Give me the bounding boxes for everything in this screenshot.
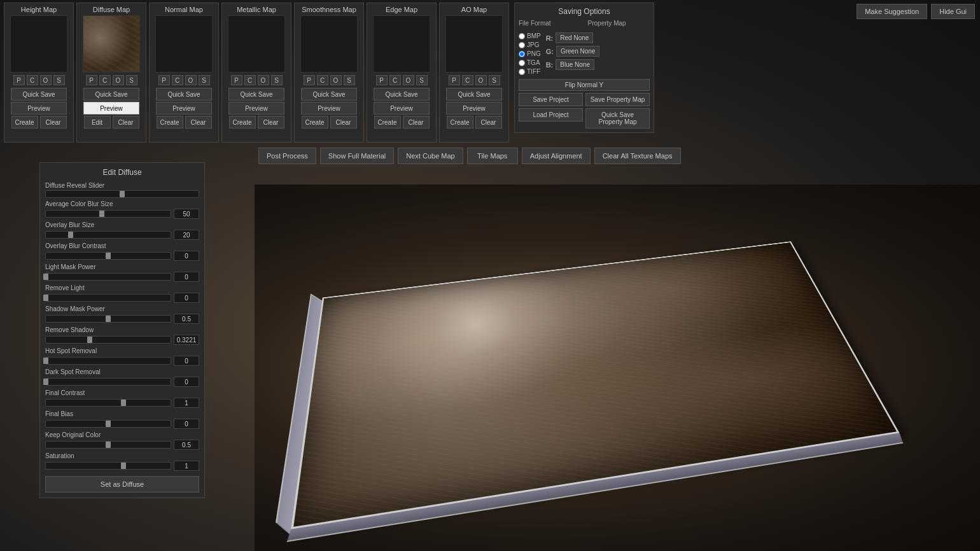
metallic-clear-btn[interactable]: Clear	[258, 116, 284, 129]
edge-p-btn[interactable]: P	[376, 75, 388, 85]
metallic-c-btn[interactable]: C	[244, 75, 256, 85]
edge-o-btn[interactable]: O	[403, 75, 414, 85]
slider-track-1[interactable]	[45, 210, 171, 218]
slider-thumb-6[interactable]	[106, 316, 111, 322]
smoothness-preview-btn[interactable]: Preview	[301, 102, 357, 115]
save-project-btn[interactable]: Save Project	[519, 93, 583, 106]
slider-thumb-8[interactable]	[43, 358, 48, 364]
slider-thumb-9[interactable]	[43, 379, 48, 385]
height-preview-btn[interactable]: Preview	[11, 102, 67, 115]
ao-p-btn[interactable]: P	[449, 75, 460, 85]
metallic-p-btn[interactable]: P	[231, 75, 242, 85]
height-p-btn[interactable]: P	[13, 75, 25, 85]
metallic-o-btn[interactable]: O	[258, 75, 269, 85]
slider-thumb-2[interactable]	[68, 232, 73, 238]
flip-normal-y-btn[interactable]: Flip Normal Y	[519, 79, 650, 91]
edge-create-btn[interactable]: Create	[374, 116, 401, 129]
normal-p-btn[interactable]: P	[158, 75, 170, 85]
smoothness-c-btn[interactable]: C	[317, 75, 328, 85]
ao-c-btn[interactable]: C	[462, 75, 473, 85]
clear-all-texture-maps-btn[interactable]: Clear All Texture Maps	[594, 148, 681, 164]
tile-maps-btn[interactable]: Tile Maps	[467, 148, 518, 164]
height-quicksave-btn[interactable]: Quick Save	[11, 88, 67, 101]
normal-clear-btn[interactable]: Clear	[185, 116, 212, 129]
edge-c-btn[interactable]: C	[389, 75, 401, 85]
metallic-create-btn[interactable]: Create	[229, 116, 256, 129]
diffuse-c-btn[interactable]: C	[99, 75, 111, 85]
load-project-btn[interactable]: Load Project	[519, 108, 583, 122]
slider-thumb-12[interactable]	[106, 442, 111, 448]
slider-track-10[interactable]	[45, 399, 171, 407]
edge-s-btn[interactable]: S	[416, 75, 428, 85]
format-tiff[interactable]: TIFF	[519, 68, 541, 75]
slider-track-3[interactable]	[45, 252, 171, 260]
post-process-btn[interactable]: Post Process	[258, 148, 316, 164]
normal-create-btn[interactable]: Create	[157, 116, 183, 129]
slider-thumb-7[interactable]	[87, 337, 92, 343]
slider-thumb-13[interactable]	[121, 463, 126, 469]
normal-s-btn[interactable]: S	[199, 75, 210, 85]
format-jpg[interactable]: JPG	[519, 41, 541, 48]
diffuse-o-btn[interactable]: O	[113, 75, 124, 85]
slider-thumb-1[interactable]	[99, 211, 104, 217]
next-cube-map-btn[interactable]: Next Cube Map	[398, 148, 463, 164]
adjust-alignment-btn[interactable]: Adjust Alignment	[522, 148, 591, 164]
slider-thumb-4[interactable]	[43, 274, 48, 280]
ao-preview-btn[interactable]: Preview	[446, 102, 502, 115]
edge-clear-btn[interactable]: Clear	[403, 116, 430, 129]
metallic-s-btn[interactable]: S	[271, 75, 283, 85]
height-c-btn[interactable]: C	[27, 75, 38, 85]
height-clear-btn[interactable]: Clear	[40, 116, 67, 129]
format-tga-radio[interactable]	[519, 60, 525, 66]
slider-track-7[interactable]	[45, 336, 171, 344]
height-s-btn[interactable]: S	[53, 75, 65, 85]
normal-o-btn[interactable]: O	[185, 75, 197, 85]
format-png-radio[interactable]	[519, 51, 525, 57]
ao-clear-btn[interactable]: Clear	[475, 116, 502, 129]
slider-track-0[interactable]	[45, 190, 199, 198]
format-jpg-radio[interactable]	[519, 42, 525, 48]
diffuse-clear-btn[interactable]: Clear	[113, 116, 139, 129]
normal-quicksave-btn[interactable]: Quick Save	[156, 88, 212, 101]
slider-thumb-10[interactable]	[121, 400, 126, 406]
smoothness-quicksave-btn[interactable]: Quick Save	[301, 88, 357, 101]
diffuse-quicksave-btn[interactable]: Quick Save	[83, 88, 139, 101]
slider-thumb-0[interactable]	[120, 191, 125, 197]
slider-track-13[interactable]	[45, 462, 171, 470]
slider-track-2[interactable]	[45, 231, 171, 239]
normal-preview-btn[interactable]: Preview	[156, 102, 212, 115]
format-tga[interactable]: TGA	[519, 59, 541, 66]
ao-s-btn[interactable]: S	[489, 75, 500, 85]
slider-track-12[interactable]	[45, 441, 171, 449]
slider-track-5[interactable]	[45, 294, 171, 302]
ao-quicksave-btn[interactable]: Quick Save	[446, 88, 502, 101]
metallic-quicksave-btn[interactable]: Quick Save	[228, 88, 284, 101]
metallic-preview-btn[interactable]: Preview	[228, 102, 284, 115]
edge-quicksave-btn[interactable]: Quick Save	[374, 88, 430, 101]
diffuse-preview-btn[interactable]: Preview	[83, 102, 139, 115]
slider-track-8[interactable]	[45, 357, 171, 365]
format-tiff-radio[interactable]	[519, 69, 525, 75]
edge-preview-btn[interactable]: Preview	[374, 102, 430, 115]
slider-thumb-5[interactable]	[43, 295, 48, 301]
slider-track-11[interactable]	[45, 420, 171, 428]
format-png[interactable]: PNG	[519, 50, 541, 57]
channel-g-btn[interactable]: Green None	[556, 46, 599, 57]
diffuse-p-btn[interactable]: P	[86, 75, 97, 85]
slider-track-4[interactable]	[45, 273, 171, 281]
slider-track-9[interactable]	[45, 378, 171, 386]
smoothness-p-btn[interactable]: P	[304, 75, 315, 85]
slider-thumb-11[interactable]	[106, 421, 111, 427]
format-bmp-radio[interactable]	[519, 33, 525, 39]
ao-create-btn[interactable]: Create	[447, 116, 473, 129]
smoothness-clear-btn[interactable]: Clear	[330, 116, 357, 129]
diffuse-s-btn[interactable]: S	[126, 75, 137, 85]
diffuse-edit-btn[interactable]: Edit	[84, 116, 111, 129]
smoothness-o-btn[interactable]: O	[330, 75, 342, 85]
height-create-btn[interactable]: Create	[11, 116, 38, 129]
channel-b-btn[interactable]: Blue None	[556, 59, 594, 70]
slider-track-6[interactable]	[45, 315, 171, 323]
show-full-material-btn[interactable]: Show Full Material	[320, 148, 394, 164]
height-o-btn[interactable]: O	[40, 75, 52, 85]
smoothness-s-btn[interactable]: S	[344, 75, 355, 85]
